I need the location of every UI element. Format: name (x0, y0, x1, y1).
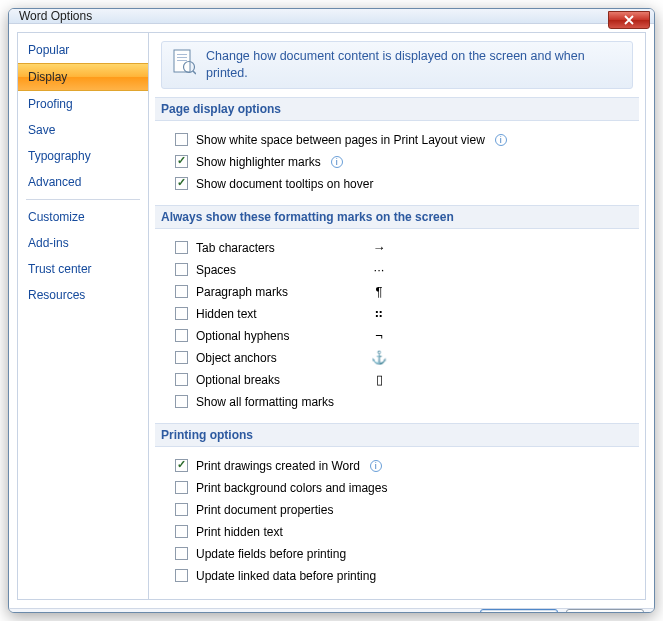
checkbox[interactable] (175, 547, 188, 560)
info-icon[interactable]: i (495, 134, 507, 146)
checkbox[interactable] (175, 481, 188, 494)
sidebar-item-trust-center[interactable]: Trust center (18, 256, 148, 282)
close-button[interactable] (608, 11, 650, 29)
checkbox[interactable] (175, 503, 188, 516)
option-row: Print background colors and images (175, 477, 633, 499)
option-row: Tab characters→ (175, 237, 633, 259)
checkbox[interactable] (175, 307, 188, 320)
content-panel: Change how document content is displayed… (149, 32, 646, 600)
option-row: Print drawings created in Wordi (175, 455, 633, 477)
info-icon[interactable]: i (370, 460, 382, 472)
option-row: Update linked data before printing (175, 565, 633, 587)
checkbox-label: Show white space between pages in Print … (196, 131, 485, 149)
formatting-mark-symbol: ▯ (369, 371, 389, 389)
checkbox-label: Tab characters (196, 239, 361, 257)
option-row: Show all formatting marks (175, 391, 633, 413)
sidebar-item-advanced[interactable]: Advanced (18, 169, 148, 195)
checkbox-label: Print background colors and images (196, 479, 387, 497)
sidebar-separator (26, 199, 140, 200)
checkbox[interactable] (175, 177, 188, 190)
sidebar-item-display[interactable]: Display (18, 63, 148, 91)
titlebar: Word Options (9, 9, 654, 24)
option-row: Object anchors⚓ (175, 347, 633, 369)
checkbox[interactable] (175, 459, 188, 472)
checkbox[interactable] (175, 373, 188, 386)
section-printing: Print drawings created in WordiPrint bac… (175, 455, 633, 587)
sidebar-item-add-ins[interactable]: Add-ins (18, 230, 148, 256)
footer: OK Cancel (9, 608, 654, 613)
dialog-body: PopularDisplayProofingSaveTypographyAdva… (9, 24, 654, 608)
cancel-button[interactable]: Cancel (566, 609, 644, 613)
checkbox-label: Show document tooltips on hover (196, 175, 373, 193)
option-row: Optional hyphens¬ (175, 325, 633, 347)
formatting-mark-symbol: ··· (369, 261, 389, 279)
checkbox[interactable] (175, 155, 188, 168)
checkbox-label: Print drawings created in Word (196, 457, 360, 475)
section-header-formatting-marks: Always show these formatting marks on th… (155, 205, 639, 229)
checkbox-label: Update fields before printing (196, 545, 346, 563)
option-row: Show white space between pages in Print … (175, 129, 633, 151)
checkbox-label: Paragraph marks (196, 283, 361, 301)
window-title: Word Options (19, 9, 92, 23)
formatting-mark-symbol: ¶ (369, 283, 389, 301)
banner: Change how document content is displayed… (161, 41, 633, 89)
close-icon (624, 15, 634, 25)
section-formatting-marks: Tab characters→Spaces···Paragraph marks¶… (175, 237, 633, 413)
checkbox-label: Object anchors (196, 349, 361, 367)
checkbox-label: Optional breaks (196, 371, 361, 389)
checkbox[interactable] (175, 285, 188, 298)
sidebar-item-customize[interactable]: Customize (18, 204, 148, 230)
section-page-display: Show white space between pages in Print … (175, 129, 633, 195)
checkbox[interactable] (175, 263, 188, 276)
checkbox[interactable] (175, 133, 188, 146)
sidebar-item-save[interactable]: Save (18, 117, 148, 143)
formatting-mark-symbol: ⚓ (369, 349, 389, 367)
option-row: Show highlighter marksi (175, 151, 633, 173)
option-row: Print hidden text (175, 521, 633, 543)
document-icon (172, 48, 196, 79)
window: Word Options PopularDisplayProofingSaveT… (8, 8, 655, 613)
option-row: Print document properties (175, 499, 633, 521)
sidebar: PopularDisplayProofingSaveTypographyAdva… (17, 32, 149, 600)
sidebar-item-proofing[interactable]: Proofing (18, 91, 148, 117)
checkbox-label: Spaces (196, 261, 361, 279)
option-row: Show document tooltips on hover (175, 173, 633, 195)
checkbox-label: Show highlighter marks (196, 153, 321, 171)
checkbox[interactable] (175, 351, 188, 364)
checkbox-label: Update linked data before printing (196, 567, 376, 585)
checkbox[interactable] (175, 241, 188, 254)
svg-rect-1 (177, 54, 187, 55)
checkbox[interactable] (175, 395, 188, 408)
formatting-mark-symbol: ¬ (369, 327, 389, 345)
option-row: Spaces··· (175, 259, 633, 281)
section-header-printing: Printing options (155, 423, 639, 447)
sidebar-item-typography[interactable]: Typography (18, 143, 148, 169)
checkbox[interactable] (175, 329, 188, 342)
svg-rect-2 (177, 57, 187, 58)
checkbox-label: Hidden text (196, 305, 361, 323)
checkbox-label: Print hidden text (196, 523, 283, 541)
checkbox-label: Print document properties (196, 501, 333, 519)
formatting-mark-symbol: → (369, 239, 389, 257)
checkbox-label: Optional hyphens (196, 327, 361, 345)
ok-button[interactable]: OK (480, 609, 558, 613)
option-row: Optional breaks▯ (175, 369, 633, 391)
svg-line-5 (193, 71, 196, 74)
checkbox[interactable] (175, 525, 188, 538)
formatting-mark-symbol: ⠶ (369, 305, 389, 323)
option-row: Update fields before printing (175, 543, 633, 565)
sidebar-item-popular[interactable]: Popular (18, 37, 148, 63)
info-icon[interactable]: i (331, 156, 343, 168)
checkbox-label: Show all formatting marks (196, 393, 361, 411)
checkbox[interactable] (175, 569, 188, 582)
sidebar-item-resources[interactable]: Resources (18, 282, 148, 308)
svg-rect-3 (177, 60, 187, 61)
option-row: Paragraph marks¶ (175, 281, 633, 303)
option-row: Hidden text⠶ (175, 303, 633, 325)
banner-text: Change how document content is displayed… (206, 48, 622, 82)
section-header-page-display: Page display options (155, 97, 639, 121)
